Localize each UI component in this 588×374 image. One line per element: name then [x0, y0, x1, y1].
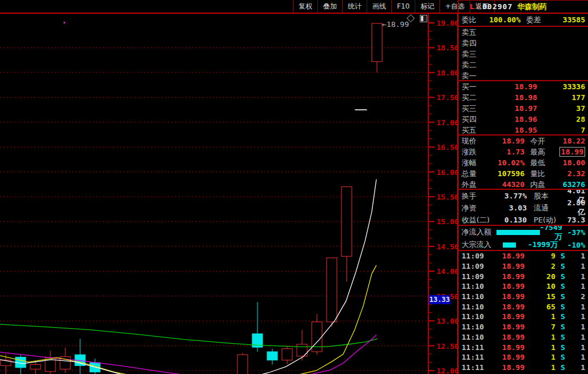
tick-row: 11:1118.991S1	[459, 352, 588, 363]
panel-toggle-icon[interactable]	[420, 15, 427, 22]
quote-value: 2.32	[567, 169, 585, 178]
buy-level-volume: 177	[537, 93, 585, 102]
tick-direction: S	[555, 312, 570, 321]
tick-volume: 1	[525, 353, 555, 361]
diamond-marker-icon[interactable]	[407, 14, 415, 22]
ma-yellow-line	[0, 265, 376, 374]
chart-svg: ←18.99	[0, 0, 428, 374]
quote-row: 外盘44320内盘63276	[459, 179, 588, 190]
quote-label: 外盘	[462, 180, 489, 190]
financial-label: 换手	[462, 191, 502, 201]
axis-label: 17.50	[436, 93, 458, 102]
tick-row: 11:1018.9910S1	[459, 281, 588, 292]
tick-count: 1	[570, 343, 585, 352]
axis-label: 16.00	[436, 168, 458, 177]
axis-label: 18.50	[436, 43, 458, 52]
quote-value-wrap: 18.22	[558, 137, 585, 145]
tick-time: 11:11	[462, 343, 487, 352]
quote-row: 现价18.99今开18.22	[459, 136, 588, 146]
sell-level-row: 卖四	[459, 38, 588, 49]
toolbar-item-1[interactable]: 叠加	[317, 0, 342, 13]
quote-label: 总量	[462, 169, 489, 179]
axis-label: 17.00	[436, 118, 458, 127]
tick-time: 11:09	[462, 252, 487, 260]
tick-volume: 1	[525, 312, 555, 321]
quote-value: 107596	[489, 169, 525, 178]
tick-volume: 10	[525, 282, 555, 291]
sell-level-label: 卖二	[462, 60, 476, 70]
tick-count: 1	[570, 303, 585, 311]
tick-time: 11:10	[462, 312, 487, 321]
tick-price: 18.99	[487, 312, 525, 321]
quote-value-wrap: 18.00	[558, 158, 585, 167]
tick-count: 1	[570, 272, 585, 281]
quote-value-wrap: 2.32	[558, 169, 585, 178]
financial-value: 73.3	[563, 216, 585, 224]
axis-label: 18.00	[436, 69, 458, 77]
tick-price: 18.99	[487, 333, 525, 341]
moneyflow-label: 净流入额	[462, 227, 494, 237]
financial-label: 收益(二)	[462, 215, 502, 225]
sell-level-label: 卖一	[462, 71, 476, 81]
price-axis: 19.0018.5018.0017.5017.0016.5016.0015.50…	[428, 0, 458, 374]
quote-value: 18.99	[489, 137, 525, 145]
tick-volume: 7	[525, 323, 555, 331]
financial-label: 股本	[534, 191, 563, 201]
buy-level-row: 买二18.98177	[459, 92, 588, 103]
financial-row: 净资3.03流通2.86亿	[459, 202, 588, 214]
quote-label: 今开	[530, 136, 558, 146]
tick-time: 11:10	[462, 303, 487, 311]
tick-time: 11:09	[462, 272, 487, 281]
financial-label: PE(动)	[534, 215, 563, 225]
price-axis-svg: 19.0018.5018.0017.5017.0016.5016.0015.50…	[428, 0, 458, 374]
tick-count: 1	[570, 323, 585, 331]
sell-level-row: 卖一	[459, 70, 588, 81]
tick-count: 1	[570, 252, 585, 260]
tick-volume: 1	[525, 363, 555, 372]
tick-time: 11:10	[462, 323, 487, 331]
tick-volume: 1	[525, 333, 555, 341]
tick-row: 11:1018.991S1	[459, 312, 588, 322]
candle-body	[237, 355, 248, 374]
quote-value: 44320	[489, 180, 525, 189]
toolbar-item-4[interactable]: F10	[391, 0, 415, 13]
tick-direction: S	[555, 262, 570, 270]
quote-label: 最低	[530, 158, 558, 168]
buy-level-section: 买一18.9933336买二18.98177买三18.9737买四18.9628…	[459, 81, 588, 136]
quote-value: 18.99	[559, 147, 585, 157]
buy-level-volume: 28	[537, 115, 585, 124]
moneyflow-label: 大宗流入	[462, 240, 500, 250]
toolbar-item-5[interactable]: 标记	[415, 0, 439, 13]
financial-label: 流通	[534, 203, 563, 213]
stock-name: 华森制药	[517, 2, 547, 12]
tick-count: 1	[570, 262, 585, 270]
financial-value: 0.130	[502, 216, 527, 224]
moneyflow-percent: -37%	[562, 228, 585, 237]
tick-time: 11:09	[462, 262, 487, 270]
candle-body	[267, 352, 277, 360]
buy-level-label: 买五	[462, 125, 476, 136]
financial-section: 换手3.77%股本4.01亿净资3.03流通2.86亿收益(二)0.130PE(…	[459, 190, 588, 226]
toolbar-item-3[interactable]: 画线	[367, 0, 391, 13]
tick-row: 11:1018.997S1	[459, 322, 588, 332]
toolbar-item-0[interactable]: 复权	[293, 0, 317, 13]
buy-level-row: 买三18.9737	[459, 103, 588, 114]
quote-value: 10.02%	[489, 158, 525, 167]
sell-level-row: 卖三	[459, 49, 588, 59]
candle-body	[282, 349, 292, 360]
candlestick-chart-canvas[interactable]: ←18.99	[0, 0, 428, 374]
tick-direction: S	[555, 363, 570, 372]
tick-volume: 15	[525, 292, 555, 301]
candle-body	[30, 365, 41, 369]
tick-row: 11:0918.992S1	[459, 261, 588, 272]
toolbar-item-2[interactable]: 统计	[342, 0, 367, 13]
tick-direction: S	[555, 252, 570, 260]
tick-count: 1	[570, 282, 585, 291]
tick-row: 11:1118.991S1	[459, 342, 588, 352]
tick-row: 11:1118.991S1	[459, 363, 588, 373]
weibi-label: 委比	[462, 15, 476, 25]
sell-level-row: 卖五	[459, 27, 588, 38]
weeicha-label: 委差	[526, 15, 541, 25]
moneyflow-bar	[496, 230, 540, 235]
tick-time: 11:10	[462, 282, 487, 291]
